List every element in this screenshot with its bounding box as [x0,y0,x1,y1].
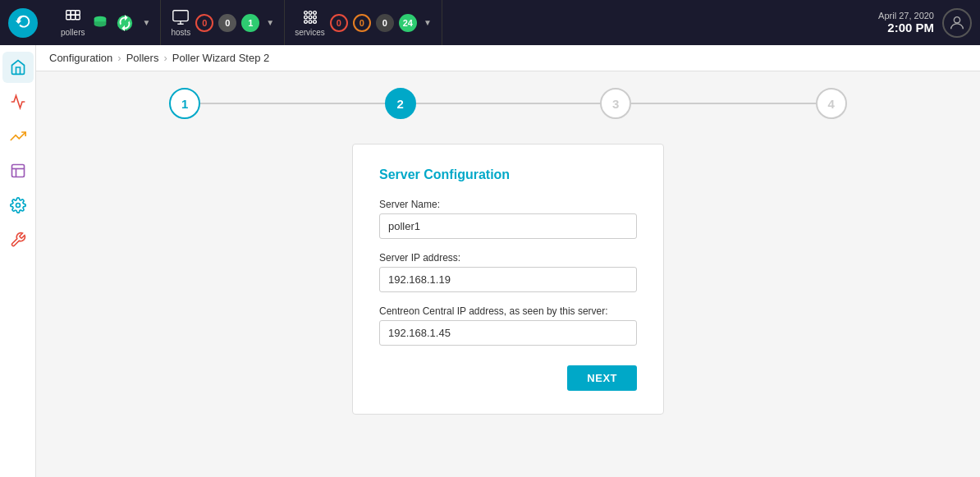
server-ip-label: Server IP address: [379,252,637,264]
server-name-input[interactable] [379,213,637,239]
datetime: April 27, 2020 2:00 PM [878,11,934,34]
step-3[interactable]: 3 [600,88,631,119]
hosts-badge-0[interactable]: 0 [195,14,213,32]
svg-point-15 [309,16,312,19]
date-display: April 27, 2020 [878,11,934,21]
hosts-badge-2[interactable]: 1 [241,14,259,32]
svg-point-11 [304,11,307,15]
hosts-label: hosts [171,28,190,37]
hosts-chevron[interactable]: ▼ [266,18,274,27]
pollers-label: pollers [61,28,85,37]
breadcrumb-config[interactable]: Configuration [49,52,112,64]
sidebar-item-home[interactable] [2,52,34,83]
time-display: 2:00 PM [878,21,934,34]
server-name-group: Server Name: [379,199,637,239]
content-area: Configuration › Pollers › Poller Wizard … [36,45,980,477]
svg-point-12 [309,11,312,15]
step-2[interactable]: 2 [385,88,416,119]
step-line-1-2 [200,103,385,104]
services-group: services 0 0 0 24 ▼ [285,0,442,45]
services-badge-0[interactable]: 0 [330,14,348,32]
sidebar-item-monitoring[interactable] [2,86,34,117]
topnav: pollers ▼ hosts [0,0,980,45]
step-indicator: 1 2 3 4 [77,88,939,119]
next-button[interactable]: NEXT [567,365,637,391]
hosts-group: hosts 0 0 1 ▼ [161,0,285,45]
hosts-icon: hosts [171,8,190,37]
step-4[interactable]: 4 [816,88,847,119]
server-ip-group: Server IP address: [379,252,637,292]
breadcrumb: Configuration › Pollers › Poller Wizard … [36,45,980,71]
sidebar [0,45,36,477]
wizard-area: 1 2 3 4 Server Configuration [36,71,980,477]
central-ip-input[interactable] [379,320,637,346]
step-line-2-3 [416,103,601,104]
svg-rect-21 [11,165,24,177]
pollers-chevron[interactable]: ▼ [142,18,150,27]
app-logo[interactable] [8,8,38,38]
hosts-badge-1[interactable]: 0 [218,14,236,32]
svg-point-13 [313,11,316,15]
svg-rect-4 [71,15,76,20]
services-icon: services [295,8,325,37]
sidebar-item-performance[interactable] [2,121,34,152]
breadcrumb-pollers[interactable]: Pollers [126,52,159,64]
sidebar-item-reporting[interactable] [2,155,34,186]
refresh-button[interactable] [116,14,134,32]
breadcrumb-sep-1: › [117,52,121,64]
sidebar-item-administration[interactable] [2,224,34,255]
sidebar-item-configuration[interactable] [2,190,34,221]
svg-rect-0 [66,11,71,16]
step-1[interactable]: 1 [169,88,200,119]
central-ip-label: Centreon Central IP address, as seen by … [379,305,637,317]
svg-rect-3 [66,15,71,20]
services-badge-2[interactable]: 0 [376,14,394,32]
services-badge-3[interactable]: 24 [399,14,417,32]
svg-point-16 [313,16,316,19]
user-avatar[interactable] [942,8,972,38]
breadcrumb-current: Poller Wizard Step 2 [172,52,270,64]
central-ip-group: Centreon Central IP address, as seen by … [379,305,637,346]
server-name-label: Server Name: [379,199,637,210]
pollers-group: pollers ▼ [51,0,161,45]
form-title: Server Configuration [379,167,637,182]
server-ip-input[interactable] [379,267,637,292]
svg-rect-5 [75,15,80,20]
services-badge-1[interactable]: 0 [353,14,371,32]
pollers-button[interactable]: pollers [61,8,85,37]
svg-point-20 [954,16,959,22]
svg-point-19 [313,21,316,24]
svg-point-24 [16,204,20,208]
svg-point-18 [309,21,312,24]
svg-point-17 [304,21,307,24]
svg-point-14 [304,16,307,19]
svg-rect-8 [173,11,188,21]
database-button[interactable] [91,14,109,32]
main-layout: Configuration › Pollers › Poller Wizard … [0,45,980,477]
breadcrumb-sep-2: › [163,52,167,64]
form-card: Server Configuration Server Name: Server… [352,144,664,415]
svg-rect-1 [71,11,76,16]
svg-rect-2 [75,11,80,16]
step-line-3-4 [631,103,816,104]
services-label: services [295,28,325,37]
services-chevron[interactable]: ▼ [424,18,432,27]
